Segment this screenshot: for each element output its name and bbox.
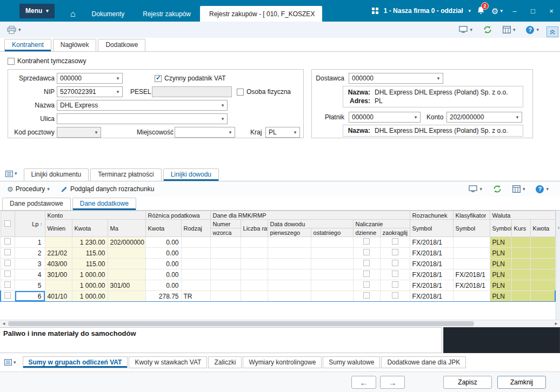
grid-row-selected[interactable]: 6 401/10 1 000.00 278.75 TR FX/2018/1 PL… [1,291,555,302]
dzienne-checkbox[interactable] [363,271,370,277]
cell-roznica-kwota[interactable]: 0.00 [145,237,181,248]
menu-button[interactable]: Menu ▾ [19,4,55,18]
col-group-rmk-rmp[interactable]: Dane dla RMK/RMP [210,211,410,220]
kontrahent-tymczasowy-checkbox[interactable]: Kontrahent tymczasowy [8,57,86,65]
cell-data-ostatniego[interactable] [311,248,353,259]
cell-dzienne[interactable] [353,291,380,302]
pesel-input[interactable] [152,86,232,97]
checkbox-box[interactable] [237,89,244,96]
cell-liczba-rat[interactable] [241,291,268,302]
expand-panel-left-icon[interactable]: ‹ [556,221,560,233]
tab-rejestr-zakupow-document[interactable]: Rejestr zakupów - [ 010, F_KOSZEX [200,6,322,22]
cell-dzienne[interactable] [353,259,380,269]
cell-data-pierwszego[interactable] [268,259,311,269]
view-settings-button[interactable]: ▾ [466,184,485,194]
kod-pocztowy-combo[interactable]: ▾ [57,127,101,138]
list-organizer-button[interactable]: ▾ [2,358,18,367]
cell-select[interactable] [1,237,15,248]
col-lp[interactable]: Lp↑ [15,211,45,237]
select-all-checkbox[interactable] [4,220,11,227]
cell-ma[interactable] [108,269,145,280]
cell-data-pierwszego[interactable] [268,248,311,259]
cell-kurs[interactable] [511,237,530,248]
cell-waluta-kwota[interactable] [530,248,555,259]
col-pierwszego[interactable]: pierwszego [268,228,311,237]
refresh-button[interactable] [490,184,504,194]
cell-waluta[interactable]: PLN [490,291,511,302]
cell-waluta[interactable]: PLN [490,248,511,259]
checkbox-box[interactable] [155,75,162,82]
maximize-button[interactable]: □ [526,4,539,18]
cell-roznica-kwota[interactable]: 278.75 [145,291,181,302]
zaokraglij-checkbox[interactable] [392,260,398,266]
col-group-klasyfikator[interactable]: Klasyfikator [453,211,490,220]
cell-winien[interactable]: 221/02 [45,248,72,259]
cell-waluta[interactable]: PLN [490,280,511,291]
zaokraglij-checkbox[interactable] [392,238,398,245]
tab-kontrahent[interactable]: Kontrahent [4,39,51,51]
col-roznica-kwota[interactable]: Kwota [145,220,181,237]
tab-zaliczki[interactable]: Zaliczki [208,356,242,368]
scrollbar-thumb[interactable] [8,321,474,326]
table-settings-button[interactable]: ▾ [510,184,528,194]
cell-numer-wzorca[interactable] [210,248,241,259]
cell-numer-wzorca[interactable] [210,237,241,248]
cell-numer-wzorca[interactable] [210,259,241,269]
tab-sumy-walutowe[interactable]: Sumy walutowe [323,356,380,368]
col-group-konto[interactable]: Konto [45,211,145,220]
kraj-combo[interactable]: PL ▾ [265,127,300,138]
col-data-dowodu[interactable]: Data dowodu [268,220,353,228]
tab-linijki-dowodu[interactable]: Linijki dowodu [163,168,219,181]
zapisz-button[interactable]: Zapisz [443,376,492,389]
cell-numer-wzorca[interactable] [210,291,241,302]
cell-lp[interactable]: 2 [15,248,45,259]
cell-rodzaj[interactable] [181,269,210,280]
chevron-down-icon[interactable]: ▾ [412,112,419,122]
cell-select[interactable] [1,269,15,280]
dzienne-checkbox[interactable] [363,238,370,245]
cell-winien[interactable]: 403/00 [45,259,72,269]
sprzedawca-combo[interactable]: 000000 ▾ [57,73,123,84]
cell-dzienne[interactable] [353,269,380,280]
tab-rejestr-zakupow[interactable]: Rejestr zakupów [134,6,200,22]
cell-kwota[interactable]: 1 230.00 [72,237,108,248]
cell-klasyfikator[interactable] [453,248,490,259]
col-winien[interactable]: Winien [45,220,72,237]
chevron-down-icon[interactable]: ▾ [92,127,100,137]
cell-winien[interactable] [45,280,72,291]
cell-waluta[interactable]: PLN [490,237,511,248]
chevron-down-icon[interactable]: ▾ [514,112,521,122]
cell-roznica-kwota[interactable]: 0.00 [145,280,181,291]
cell-roznica-kwota[interactable]: 0.00 [145,269,181,280]
row-checkbox[interactable] [4,249,11,255]
dzienne-checkbox[interactable] [363,260,370,266]
cell-liczba-rat[interactable] [241,248,268,259]
col-waluta-symbol[interactable]: Symbol [490,220,511,237]
col-numer[interactable]: Numer [210,220,241,228]
row-checkbox[interactable] [4,260,11,266]
cell-kurs[interactable] [511,291,530,302]
cell-rozrachunek[interactable]: FX/2018/1 [410,259,453,269]
dzienne-checkbox[interactable] [363,249,370,255]
tab-dane-podstawowe[interactable]: Dane podstawowe [2,198,71,210]
cell-dzienne[interactable] [353,248,380,259]
side-memo-panel[interactable] [443,327,560,353]
podglad-rozrachunku-button[interactable]: Podgląd danych rozrachunku [58,184,157,194]
cell-kurs[interactable] [511,248,530,259]
tab-naglowek[interactable]: Nagłówek [53,39,97,51]
list-organizer-button[interactable]: ▾ [3,170,19,178]
cell-waluta-kwota[interactable] [530,291,555,302]
apps-grid-icon[interactable] [372,8,378,14]
tab-sumy-w-grupach-odliczen-vat[interactable]: Sumy w grupach odliczeń VAT [23,356,128,368]
row-checkbox[interactable] [4,281,11,288]
col-liczba-rat[interactable]: Liczba rat [241,220,268,237]
cell-data-pierwszego[interactable] [268,269,311,280]
col-group-waluta[interactable]: Waluta [490,211,555,220]
col-ostatniego[interactable]: ostatniego [311,228,353,237]
settings-button[interactable]: ⚙ ▾ [491,7,503,15]
grid-row[interactable]: 1 1 230.00 202/000000 0.00 FX/2018/1 PLN [1,237,555,248]
cell-select[interactable] [1,280,15,291]
chevron-down-icon[interactable]: ▾ [114,73,122,83]
cell-rodzaj[interactable]: TR [181,291,210,302]
dostawca-combo[interactable]: 000000 ▾ [349,73,443,84]
